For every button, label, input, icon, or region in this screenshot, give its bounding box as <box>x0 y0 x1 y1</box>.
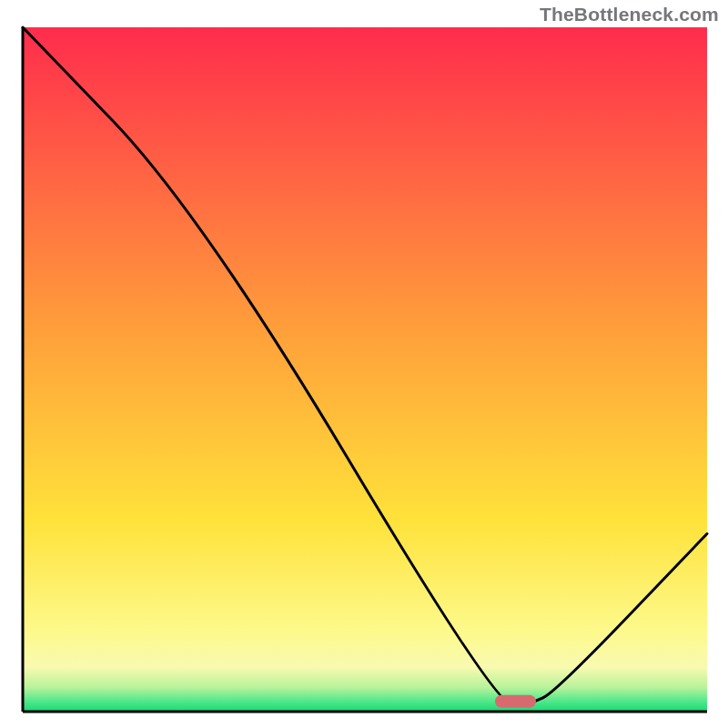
gradient-panel <box>23 27 707 712</box>
chart-stage: TheBottleneck.com <box>0 0 728 728</box>
optimal-marker <box>495 695 536 708</box>
bottleneck-chart <box>0 0 728 728</box>
